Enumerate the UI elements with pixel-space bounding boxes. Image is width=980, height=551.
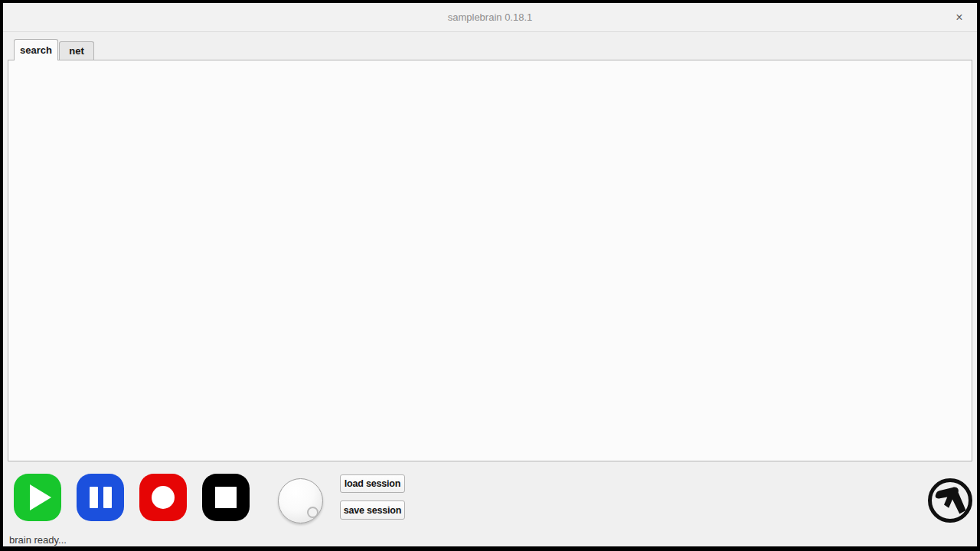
aphex-twin-logo-icon: [926, 476, 975, 525]
search-tab-panel: [8, 60, 972, 461]
volume-knob[interactable]: [278, 478, 323, 523]
record-icon: [152, 486, 175, 509]
pause-icon: [90, 487, 112, 508]
app-window: samplebrain 0.18.1 × search net brain tw…: [3, 3, 977, 546]
status-bar-text: brain ready...: [9, 534, 67, 546]
load-session-button[interactable]: load session: [340, 474, 405, 493]
play-button[interactable]: [14, 474, 61, 521]
stop-button[interactable]: [202, 474, 250, 521]
title-bar: samplebrain 0.18.1 ×: [3, 3, 977, 32]
knob-indicator-icon: [307, 507, 318, 518]
play-icon: [30, 484, 51, 510]
pause-button[interactable]: [77, 474, 124, 521]
close-icon[interactable]: ×: [952, 10, 967, 25]
tab-search[interactable]: search: [14, 39, 58, 60]
tab-net[interactable]: net: [59, 41, 94, 60]
save-session-button[interactable]: save session: [340, 500, 405, 520]
record-button[interactable]: [139, 474, 187, 521]
stop-icon: [215, 487, 237, 508]
window-title: samplebrain 0.18.1: [3, 11, 977, 23]
